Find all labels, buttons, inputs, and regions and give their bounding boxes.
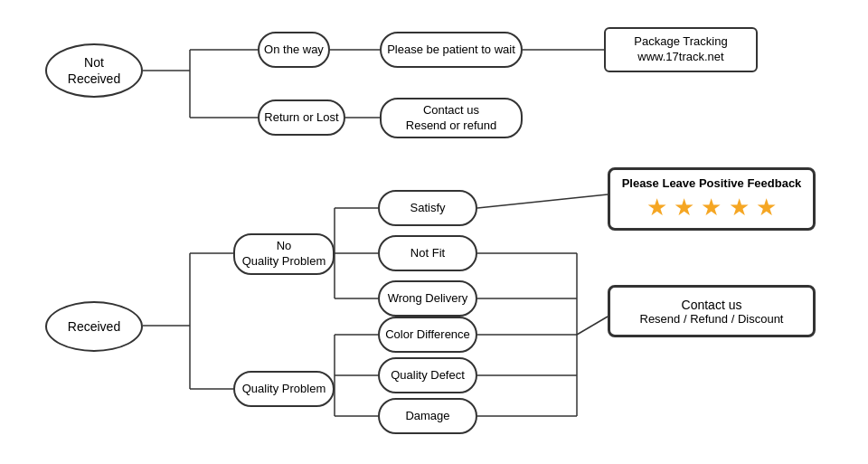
svg-line-26 [577,317,608,335]
contact-resend2-line2: Resend / Refund / Discount [640,312,784,326]
color-difference-node: Color Difference [378,317,477,353]
quality-defect-node: Quality Defect [378,357,477,393]
diagram: Not Received On the way Return or Lost P… [0,0,868,464]
feedback-title: Please Leave Positive Feedback [622,176,802,190]
contact-resend2-line1: Contact us [682,298,742,312]
on-the-way-node: On the way [258,32,330,68]
no-quality-problem-node: No Quality Problem [233,233,335,275]
return-or-lost-node: Return or Lost [258,99,345,136]
patient-node: Please be patient to wait [380,32,523,68]
satisfy-node: Satisfy [378,190,477,226]
quality-problem-node: Quality Problem [233,371,335,407]
feedback-stars: ★ ★ ★ ★ ★ [646,194,777,222]
contact-resend-node: Contact us Resend or refund [380,98,523,138]
not-received-node: Not Received [45,43,143,98]
wrong-delivery-node: Wrong Delivery [378,280,477,317]
package-tracking-node: Package Tracking www.17track.net [604,27,758,72]
feedback-box: Please Leave Positive Feedback ★ ★ ★ ★ ★ [608,167,816,231]
svg-line-19 [477,194,608,208]
damage-node: Damage [378,398,477,434]
not-fit-node: Not Fit [378,235,477,271]
contact-resend2-box: Contact us Resend / Refund / Discount [608,285,816,337]
received-node: Received [45,301,143,352]
